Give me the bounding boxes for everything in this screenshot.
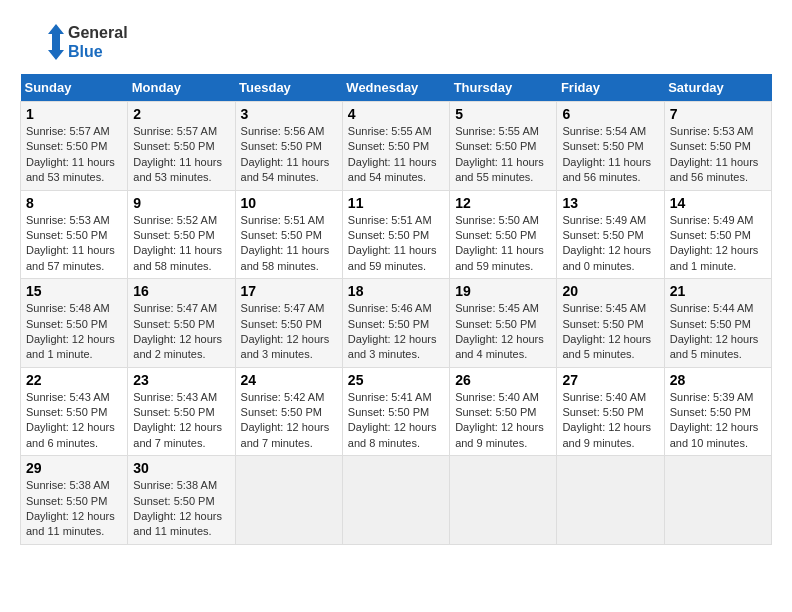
calendar-cell: 11Sunrise: 5:51 AM Sunset: 5:50 PM Dayli… [342, 190, 449, 279]
day-number: 19 [455, 283, 551, 299]
calendar-table: SundayMondayTuesdayWednesdayThursdayFrid… [20, 74, 772, 545]
calendar-cell: 6Sunrise: 5:54 AM Sunset: 5:50 PM Daylig… [557, 102, 664, 191]
calendar-cell: 10Sunrise: 5:51 AM Sunset: 5:50 PM Dayli… [235, 190, 342, 279]
logo-general: General [68, 23, 128, 42]
day-info: Sunrise: 5:49 AM Sunset: 5:50 PM Dayligh… [562, 213, 658, 275]
day-info: Sunrise: 5:42 AM Sunset: 5:50 PM Dayligh… [241, 390, 337, 452]
calendar-cell: 17Sunrise: 5:47 AM Sunset: 5:50 PM Dayli… [235, 279, 342, 368]
calendar-cell: 9Sunrise: 5:52 AM Sunset: 5:50 PM Daylig… [128, 190, 235, 279]
day-info: Sunrise: 5:55 AM Sunset: 5:50 PM Dayligh… [455, 124, 551, 186]
calendar-cell: 27Sunrise: 5:40 AM Sunset: 5:50 PM Dayli… [557, 367, 664, 456]
calendar-week-row: 1Sunrise: 5:57 AM Sunset: 5:50 PM Daylig… [21, 102, 772, 191]
calendar-cell [235, 456, 342, 545]
day-info: Sunrise: 5:47 AM Sunset: 5:50 PM Dayligh… [133, 301, 229, 363]
weekday-header: Sunday [21, 74, 128, 102]
day-info: Sunrise: 5:40 AM Sunset: 5:50 PM Dayligh… [455, 390, 551, 452]
calendar-cell: 20Sunrise: 5:45 AM Sunset: 5:50 PM Dayli… [557, 279, 664, 368]
day-number: 7 [670, 106, 766, 122]
day-number: 16 [133, 283, 229, 299]
day-info: Sunrise: 5:52 AM Sunset: 5:50 PM Dayligh… [133, 213, 229, 275]
weekday-header: Tuesday [235, 74, 342, 102]
day-info: Sunrise: 5:51 AM Sunset: 5:50 PM Dayligh… [241, 213, 337, 275]
page-header: General Blue [20, 20, 772, 64]
logo-blue: Blue [68, 42, 128, 61]
day-info: Sunrise: 5:55 AM Sunset: 5:50 PM Dayligh… [348, 124, 444, 186]
day-number: 15 [26, 283, 122, 299]
calendar-cell: 4Sunrise: 5:55 AM Sunset: 5:50 PM Daylig… [342, 102, 449, 191]
calendar-cell: 8Sunrise: 5:53 AM Sunset: 5:50 PM Daylig… [21, 190, 128, 279]
day-number: 21 [670, 283, 766, 299]
weekday-header: Saturday [664, 74, 771, 102]
day-number: 9 [133, 195, 229, 211]
day-number: 1 [26, 106, 122, 122]
day-info: Sunrise: 5:49 AM Sunset: 5:50 PM Dayligh… [670, 213, 766, 275]
day-info: Sunrise: 5:44 AM Sunset: 5:50 PM Dayligh… [670, 301, 766, 363]
day-number: 3 [241, 106, 337, 122]
day-info: Sunrise: 5:48 AM Sunset: 5:50 PM Dayligh… [26, 301, 122, 363]
calendar-cell: 18Sunrise: 5:46 AM Sunset: 5:50 PM Dayli… [342, 279, 449, 368]
calendar-week-row: 22Sunrise: 5:43 AM Sunset: 5:50 PM Dayli… [21, 367, 772, 456]
day-number: 6 [562, 106, 658, 122]
day-number: 25 [348, 372, 444, 388]
calendar-cell: 2Sunrise: 5:57 AM Sunset: 5:50 PM Daylig… [128, 102, 235, 191]
day-info: Sunrise: 5:57 AM Sunset: 5:50 PM Dayligh… [26, 124, 122, 186]
day-info: Sunrise: 5:43 AM Sunset: 5:50 PM Dayligh… [133, 390, 229, 452]
calendar-cell: 16Sunrise: 5:47 AM Sunset: 5:50 PM Dayli… [128, 279, 235, 368]
day-info: Sunrise: 5:43 AM Sunset: 5:50 PM Dayligh… [26, 390, 122, 452]
day-number: 8 [26, 195, 122, 211]
calendar-week-row: 29Sunrise: 5:38 AM Sunset: 5:50 PM Dayli… [21, 456, 772, 545]
day-info: Sunrise: 5:38 AM Sunset: 5:50 PM Dayligh… [26, 478, 122, 540]
day-number: 4 [348, 106, 444, 122]
day-info: Sunrise: 5:40 AM Sunset: 5:50 PM Dayligh… [562, 390, 658, 452]
calendar-cell: 28Sunrise: 5:39 AM Sunset: 5:50 PM Dayli… [664, 367, 771, 456]
day-info: Sunrise: 5:57 AM Sunset: 5:50 PM Dayligh… [133, 124, 229, 186]
day-info: Sunrise: 5:53 AM Sunset: 5:50 PM Dayligh… [26, 213, 122, 275]
calendar-cell: 12Sunrise: 5:50 AM Sunset: 5:50 PM Dayli… [450, 190, 557, 279]
day-number: 11 [348, 195, 444, 211]
day-number: 24 [241, 372, 337, 388]
day-number: 28 [670, 372, 766, 388]
day-info: Sunrise: 5:53 AM Sunset: 5:50 PM Dayligh… [670, 124, 766, 186]
day-info: Sunrise: 5:46 AM Sunset: 5:50 PM Dayligh… [348, 301, 444, 363]
day-info: Sunrise: 5:50 AM Sunset: 5:50 PM Dayligh… [455, 213, 551, 275]
day-number: 2 [133, 106, 229, 122]
calendar-cell: 14Sunrise: 5:49 AM Sunset: 5:50 PM Dayli… [664, 190, 771, 279]
day-number: 17 [241, 283, 337, 299]
calendar-week-row: 8Sunrise: 5:53 AM Sunset: 5:50 PM Daylig… [21, 190, 772, 279]
calendar-cell: 29Sunrise: 5:38 AM Sunset: 5:50 PM Dayli… [21, 456, 128, 545]
weekday-header: Monday [128, 74, 235, 102]
weekday-header: Thursday [450, 74, 557, 102]
day-number: 29 [26, 460, 122, 476]
day-info: Sunrise: 5:45 AM Sunset: 5:50 PM Dayligh… [455, 301, 551, 363]
day-info: Sunrise: 5:45 AM Sunset: 5:50 PM Dayligh… [562, 301, 658, 363]
weekday-header: Wednesday [342, 74, 449, 102]
calendar-cell: 7Sunrise: 5:53 AM Sunset: 5:50 PM Daylig… [664, 102, 771, 191]
calendar-cell: 21Sunrise: 5:44 AM Sunset: 5:50 PM Dayli… [664, 279, 771, 368]
calendar-cell: 22Sunrise: 5:43 AM Sunset: 5:50 PM Dayli… [21, 367, 128, 456]
day-number: 20 [562, 283, 658, 299]
day-number: 30 [133, 460, 229, 476]
day-number: 27 [562, 372, 658, 388]
day-number: 23 [133, 372, 229, 388]
logo-icon [20, 20, 64, 64]
day-info: Sunrise: 5:41 AM Sunset: 5:50 PM Dayligh… [348, 390, 444, 452]
calendar-cell: 1Sunrise: 5:57 AM Sunset: 5:50 PM Daylig… [21, 102, 128, 191]
day-number: 5 [455, 106, 551, 122]
day-info: Sunrise: 5:51 AM Sunset: 5:50 PM Dayligh… [348, 213, 444, 275]
logo: General Blue [20, 20, 128, 64]
day-number: 13 [562, 195, 658, 211]
day-number: 26 [455, 372, 551, 388]
weekday-header: Friday [557, 74, 664, 102]
calendar-cell: 24Sunrise: 5:42 AM Sunset: 5:50 PM Dayli… [235, 367, 342, 456]
calendar-cell: 23Sunrise: 5:43 AM Sunset: 5:50 PM Dayli… [128, 367, 235, 456]
calendar-cell: 15Sunrise: 5:48 AM Sunset: 5:50 PM Dayli… [21, 279, 128, 368]
day-number: 22 [26, 372, 122, 388]
weekday-header-row: SundayMondayTuesdayWednesdayThursdayFrid… [21, 74, 772, 102]
svg-marker-0 [48, 24, 64, 60]
day-info: Sunrise: 5:38 AM Sunset: 5:50 PM Dayligh… [133, 478, 229, 540]
day-number: 10 [241, 195, 337, 211]
calendar-cell [664, 456, 771, 545]
day-info: Sunrise: 5:39 AM Sunset: 5:50 PM Dayligh… [670, 390, 766, 452]
day-number: 12 [455, 195, 551, 211]
calendar-cell: 3Sunrise: 5:56 AM Sunset: 5:50 PM Daylig… [235, 102, 342, 191]
